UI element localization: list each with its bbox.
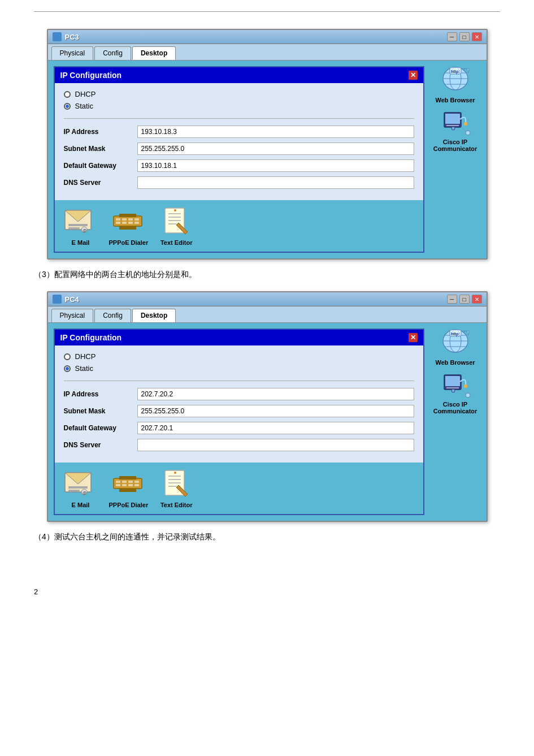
svg-point-75 [466,393,470,398]
pc3-static-label: Static [75,102,94,110]
svg-text:@: @ [83,491,86,495]
pc3-web-browser-app[interactable]: http: Web Browser [435,66,475,103]
pc4-gateway-row: Default Gateway [64,422,414,434]
pc4-pppoe-icon [111,468,145,499]
pc3-tab-desktop[interactable]: Desktop [132,46,176,60]
pc3-close-button[interactable]: ✕ [472,32,482,41]
pc4-subnet-row: Subnet Mask [64,405,414,417]
svg-rect-8 [122,218,127,221]
pc4-minimize-button[interactable]: ─ [447,295,457,304]
pc4-tab-physical[interactable]: Physical [51,309,94,322]
pc3-gateway-input[interactable] [137,159,414,172]
pc3-pppoe-icon [111,206,145,237]
svg-point-72 [451,389,455,392]
pc3-tab-physical[interactable]: Physical [51,46,94,60]
pc3-dns-label: DNS Server [64,179,132,187]
pc3-email-app[interactable]: @ E Mail [64,206,98,246]
svg-rect-14 [134,222,139,224]
pc3-config-divider [64,118,414,119]
pc3-subnet-input[interactable] [137,142,414,155]
pc4-pppoe-app[interactable]: PPPoE Dialer [109,468,149,508]
pc4-email-icon: @ [64,468,98,499]
pc4-tab-desktop[interactable]: Desktop [132,309,176,322]
svg-rect-32 [445,114,460,124]
svg-rect-71 [446,387,459,388]
pc3-cisco-app[interactable]: Cisco IP Communicator [430,108,481,152]
pc4-titlebar-left: PC4 [53,295,79,304]
pc3-titlebar-left: PC3 [53,32,79,41]
pc4-texteditor-icon [159,468,193,499]
pc3-tab-config[interactable]: Config [94,46,131,60]
pc4-ip-config-close[interactable]: ✕ [409,333,418,342]
pc4-maximize-button[interactable]: □ [459,295,470,304]
pc3-dns-input[interactable] [137,176,414,189]
pc3-ip-config-title-text: IP Configuration [60,71,122,80]
svg-rect-49 [116,484,120,486]
pc3-ip-address-input[interactable] [137,126,414,138]
pc3-dhcp-radio[interactable]: DHCP [64,90,414,98]
svg-rect-9 [128,218,133,221]
page-number: 2 [34,587,500,596]
svg-rect-70 [445,376,460,386]
pc4-gateway-input[interactable] [137,422,414,434]
pc4-cisco-app[interactable]: Cisco IP Communicator [430,370,481,414]
pc4-email-label: E Mail [72,502,90,508]
pc3-texteditor-icon [159,206,193,237]
pc4-title: PC4 [65,295,79,304]
pc4-cisco-label: Cisco IP Communicator [430,401,481,414]
pc3-web-browser-label: Web Browser [435,97,475,103]
pc3-texteditor-app[interactable]: Text Editor [159,206,193,246]
pc4-app-icon [53,295,62,304]
pc4-tab-config[interactable]: Config [94,309,131,322]
pc3-gateway-label: Default Gateway [64,162,132,170]
pc4-dhcp-circle [64,353,71,360]
pc4-texteditor-app[interactable]: Text Editor [159,468,193,508]
svg-rect-47 [128,481,133,483]
pc3-bottom-icons: @ E Mail [55,200,423,252]
pc4-close-button[interactable]: ✕ [472,295,482,304]
svg-rect-33 [446,125,459,126]
svg-text:@: @ [83,228,86,232]
pc3-subnet-row: Subnet Mask [64,142,414,155]
section4-label: （4）测试六台主机之间的连通性，并记录测试结果。 [34,532,500,542]
pc4-dns-input[interactable] [137,439,414,451]
svg-point-37 [466,131,470,135]
svg-rect-15 [119,214,136,217]
pc3-ip-address-row: IP Address [64,126,414,138]
pc3-static-radio[interactable]: Static [64,102,414,110]
svg-point-35 [464,122,467,126]
pc4-dhcp-radio[interactable]: DHCP [64,352,414,361]
svg-rect-16 [119,226,136,230]
pc3-title: PC3 [65,33,79,41]
pc3-gateway-row: Default Gateway [64,159,414,172]
pc4-subnet-label: Subnet Mask [64,407,132,415]
pc3-dhcp-circle [64,91,71,98]
pc4-radio-group: DHCP Static [64,352,414,373]
svg-rect-11 [116,222,120,224]
svg-rect-44 [114,478,142,489]
svg-rect-46 [122,481,127,483]
pc4-web-browser-icon: http: [440,329,471,357]
pc4-ip-address-input[interactable] [137,388,414,400]
pc4-right-panel: http: Web Browser [430,329,481,515]
pc4-email-app[interactable]: @ E Mail [64,468,98,508]
pc4-dhcp-label: DHCP [75,352,96,361]
pc3-controls: ─ □ ✕ [447,32,482,41]
pc3-ip-config-close[interactable]: ✕ [409,71,418,80]
pc3-pppoe-app[interactable]: PPPoE Dialer [109,206,149,246]
pc4-web-browser-app[interactable]: http: Web Browser [435,329,475,366]
pc3-maximize-button[interactable]: □ [459,32,470,41]
pc3-ip-address-label: IP Address [64,128,132,136]
pc3-dhcp-label: DHCP [75,90,96,98]
pc3-cisco-icon [440,108,471,136]
pc4-tabs: Physical Config Desktop [48,306,487,323]
pc3-tabs: Physical Config Desktop [48,44,487,61]
top-divider [34,11,500,12]
pc4-static-radio[interactable]: Static [64,364,414,373]
svg-rect-6 [114,216,142,226]
svg-rect-13 [128,222,133,224]
svg-rect-45 [116,481,120,483]
pc4-subnet-input[interactable] [137,405,414,417]
pc3-minimize-button[interactable]: ─ [447,32,457,41]
pc3-body: IP Configuration ✕ DHCP Static IP Addr [48,61,487,258]
